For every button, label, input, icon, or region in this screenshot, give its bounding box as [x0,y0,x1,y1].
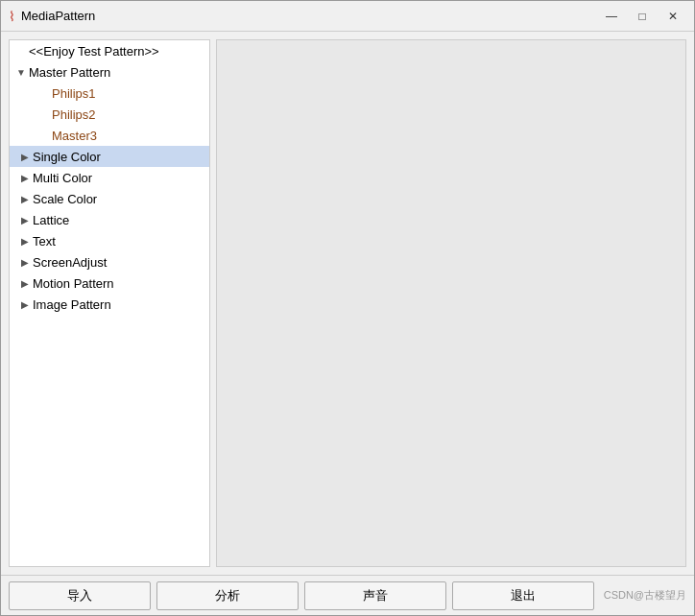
philips2-label: Philips2 [52,107,205,122]
tree-item-enjoy[interactable]: <<Enjoy Test Pattern>> [10,40,209,61]
tree-item-philips2[interactable]: Philips2 [10,104,209,125]
text-arrow [17,233,33,249]
lattice-label: Lattice [33,213,205,227]
motion-pattern-label: Motion Pattern [33,276,205,291]
left-panel: <<Enjoy Test Pattern>> Master Pattern Ph… [9,39,210,567]
tree-item-single-color[interactable]: Single Color [10,146,209,167]
tree-item-screen-adjust[interactable]: ScreenAdjust [10,251,209,272]
window-title: MediaPattern [21,9,95,23]
single-color-label: Single Color [33,150,205,164]
tree-item-motion-pattern[interactable]: Motion Pattern [10,272,209,294]
scale-color-arrow [17,191,33,206]
watermark: CSDN@古楼望月 [600,588,686,603]
master-label: Master Pattern [29,65,205,80]
exit-button[interactable]: 退出 [452,581,594,610]
title-bar-left: ⌇ MediaPattern [9,9,95,24]
text-label: Text [33,234,205,249]
tree-item-multi-color[interactable]: Multi Color [10,167,209,188]
multi-color-arrow [17,170,33,185]
minimize-button[interactable]: — [598,6,625,27]
enjoy-label: <<Enjoy Test Pattern>> [29,44,205,59]
analyze-button[interactable]: 分析 [156,581,299,610]
tree-item-philips1[interactable]: Philips1 [10,83,209,104]
main-content: <<Enjoy Test Pattern>> Master Pattern Ph… [1,32,694,615]
title-bar: ⌇ MediaPattern — □ ✕ [1,1,694,32]
master3-label: Master3 [52,129,205,143]
tree-item-scale-color[interactable]: Scale Color [10,188,209,209]
image-pattern-label: Image Pattern [33,297,205,312]
app-icon: ⌇ [9,9,15,24]
sound-button[interactable]: 声音 [304,581,446,610]
tree-item-image-pattern[interactable]: Image Pattern [10,294,209,315]
maximize-button[interactable]: □ [629,6,656,27]
tree-item-text[interactable]: Text [10,230,209,251]
single-color-arrow [17,149,33,164]
bottom-bar: 导入 分析 声音 退出 CSDN@古楼望月 [1,575,694,615]
image-pattern-arrow [17,296,33,312]
tree-item-lattice[interactable]: Lattice [10,209,209,230]
multi-color-label: Multi Color [33,171,205,185]
screen-adjust-arrow [17,254,33,270]
master-arrow [13,64,29,80]
philips1-label: Philips1 [52,86,205,101]
lattice-arrow [17,212,33,227]
main-window: ⌇ MediaPattern — □ ✕ <<Enjoy Test Patter… [0,0,695,616]
right-panel [216,39,686,567]
window-controls: — □ ✕ [598,6,686,27]
tree-item-master3[interactable]: Master3 [10,125,209,146]
scale-color-label: Scale Color [33,192,205,206]
screen-adjust-label: ScreenAdjust [33,255,205,270]
close-button[interactable]: ✕ [659,6,686,27]
content-area: <<Enjoy Test Pattern>> Master Pattern Ph… [1,32,694,575]
import-button[interactable]: 导入 [9,581,151,610]
motion-pattern-arrow [17,275,33,291]
tree-item-master[interactable]: Master Pattern [10,61,209,83]
